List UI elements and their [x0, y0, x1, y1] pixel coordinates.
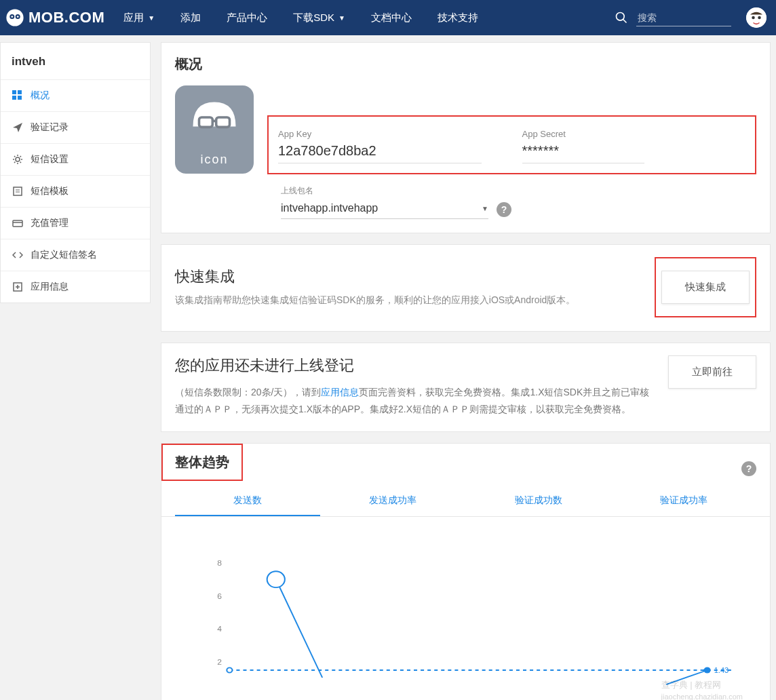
- svg-point-9: [758, 16, 761, 20]
- app-icon-label: icon: [175, 149, 254, 174]
- keys-box: App Key 12a780e7d8ba2 App Secret *******: [267, 115, 756, 174]
- svg-rect-10: [12, 90, 16, 94]
- sidebar-item-app-info[interactable]: 应用信息: [1, 271, 150, 303]
- quick-desc: 该集成指南帮助您快速集成短信验证码SDK的服务，顺利的让您的应用接入iOS或An…: [175, 292, 655, 307]
- code-icon: [12, 249, 24, 261]
- app-key-label: App Key: [278, 129, 502, 139]
- sidebar-item-overview[interactable]: 概况: [1, 80, 150, 112]
- trend-card: 整体趋势 ? 发送数 发送成功率 验证成功数 验证成功率 8 6 4 2: [161, 443, 771, 700]
- overview-title: 概况: [175, 55, 756, 73]
- template-icon: [12, 185, 24, 197]
- svg-rect-13: [18, 96, 22, 100]
- svg-point-7: [746, 7, 767, 28]
- svg-rect-12: [12, 96, 16, 100]
- trend-tabs: 发送数 发送成功率 验证成功数 验证成功率: [161, 488, 770, 517]
- tab-verify-success-rate[interactable]: 验证成功率: [611, 488, 756, 516]
- registration-card: 您的应用还未进行上线登记 （短信条数限制：20条/天），请到应用信息页面完善资料…: [161, 343, 771, 432]
- logo-text: MOB.COM: [28, 9, 104, 26]
- sidebar-item-label: 短信设置: [31, 153, 69, 166]
- send-icon: [12, 121, 24, 134]
- main: 概况 icon Ap: [161, 42, 776, 700]
- pkg-value: intvehapp.intvehapp: [281, 202, 378, 214]
- search-icon[interactable]: [615, 11, 628, 24]
- quick-button-box: 快速集成: [655, 257, 756, 317]
- svg-text:1.43: 1.43: [714, 667, 729, 674]
- svg-text:8: 8: [217, 560, 222, 567]
- logo[interactable]: MOB.COM: [5, 8, 104, 27]
- sidebar: intveh 概况 验证记录 短信设置 短信模板 充值管理 自定义短信签名 应用…: [0, 42, 151, 303]
- sidebar-item-verify[interactable]: 验证记录: [1, 112, 150, 144]
- nav-items: 应用▼ 添加 产品中心 下载SDK▼ 文档中心 技术支持: [123, 12, 504, 24]
- nav-item-support[interactable]: 技术支持: [438, 12, 478, 24]
- chevron-down-icon: ▼: [338, 14, 345, 22]
- sidebar-title: intveh: [1, 43, 150, 80]
- nav-item-add[interactable]: 添加: [180, 12, 201, 24]
- svg-text:6: 6: [217, 592, 222, 600]
- sidebar-item-label: 充值管理: [31, 217, 69, 229]
- quick-integration-button[interactable]: 快速集成: [661, 271, 750, 304]
- sidebar-item-custom-sign[interactable]: 自定义短信签名: [1, 239, 150, 271]
- sidebar-item-recharge[interactable]: 充值管理: [1, 208, 150, 239]
- chart: 8 6 4 2 7 1.43: [175, 517, 756, 700]
- nav-item-sdk[interactable]: 下载SDK▼: [293, 12, 345, 24]
- nav-item-docs[interactable]: 文档中心: [371, 12, 412, 24]
- avatar[interactable]: [746, 7, 767, 28]
- svg-point-4: [17, 16, 19, 18]
- sidebar-item-sms-template[interactable]: 短信模板: [1, 176, 150, 208]
- app-info-link[interactable]: 应用信息: [321, 387, 359, 397]
- svg-line-6: [623, 20, 627, 23]
- help-icon[interactable]: ?: [741, 461, 756, 476]
- quick-integration-card: 快速集成 该集成指南帮助您快速集成短信验证码SDK的服务，顺利的让您的应用接入i…: [161, 244, 771, 332]
- app-secret-value: *******: [522, 143, 644, 163]
- sidebar-item-label: 自定义短信签名: [31, 249, 97, 261]
- trend-title: 整体趋势: [161, 444, 243, 481]
- app-secret-label: App Secret: [522, 129, 746, 139]
- nav-item-products[interactable]: 产品中心: [227, 12, 267, 24]
- sidebar-item-label: 短信模板: [31, 185, 69, 197]
- svg-rect-18: [13, 220, 22, 227]
- svg-point-5: [617, 13, 625, 21]
- reg-desc: （短信条数限制：20条/天），请到应用信息页面完善资料，获取完全免费资格。集成1…: [175, 384, 655, 418]
- chevron-down-icon: ▼: [148, 14, 155, 22]
- gear-icon: [12, 153, 24, 166]
- sidebar-item-label: 概况: [31, 90, 50, 102]
- svg-rect-15: [14, 187, 22, 195]
- app-icon: icon: [175, 85, 254, 174]
- svg-text:7: 7: [274, 576, 278, 583]
- svg-point-14: [16, 157, 20, 161]
- svg-point-8: [752, 16, 755, 20]
- overview-card: 概况 icon Ap: [161, 42, 771, 233]
- sidebar-item-sms-settings[interactable]: 短信设置: [1, 144, 150, 176]
- svg-text:2: 2: [217, 659, 222, 666]
- watermark: 查字典 | 教程网 jiaocheng.chazidian.com: [661, 679, 743, 700]
- avatar-face-icon: [175, 85, 254, 149]
- svg-text:4: 4: [217, 625, 222, 633]
- card-icon: [12, 217, 24, 229]
- quick-title: 快速集成: [175, 267, 655, 287]
- pkg-select[interactable]: intvehapp.intvehapp ▼: [281, 199, 488, 219]
- tab-send-success-rate[interactable]: 发送成功率: [320, 488, 465, 516]
- chevron-down-icon: ▼: [482, 205, 488, 212]
- dashboard-icon: [12, 90, 24, 102]
- sidebar-item-label: 应用信息: [31, 281, 69, 293]
- reg-title: 您的应用还未进行上线登记: [175, 355, 655, 376]
- svg-rect-11: [18, 90, 22, 94]
- app-key-value: 12a780e7d8ba2: [278, 143, 482, 163]
- svg-point-35: [227, 668, 232, 673]
- tab-send-count[interactable]: 发送数: [175, 488, 320, 516]
- svg-point-3: [11, 16, 13, 18]
- sidebar-item-label: 验证记录: [31, 121, 69, 134]
- tab-verify-success-count[interactable]: 验证成功数: [466, 488, 611, 516]
- search-input[interactable]: [636, 9, 731, 26]
- plus-box-icon: [12, 281, 24, 293]
- top-nav: MOB.COM 应用▼ 添加 产品中心 下载SDK▼ 文档中心 技术支持: [0, 0, 776, 35]
- help-icon[interactable]: ?: [497, 202, 511, 217]
- pkg-label: 上线包名: [281, 185, 756, 197]
- search: [615, 9, 731, 26]
- nav-item-apps[interactable]: 应用▼: [123, 12, 155, 24]
- svg-point-0: [6, 9, 23, 26]
- logo-icon: [5, 8, 24, 27]
- go-register-button[interactable]: 立即前往: [668, 355, 756, 389]
